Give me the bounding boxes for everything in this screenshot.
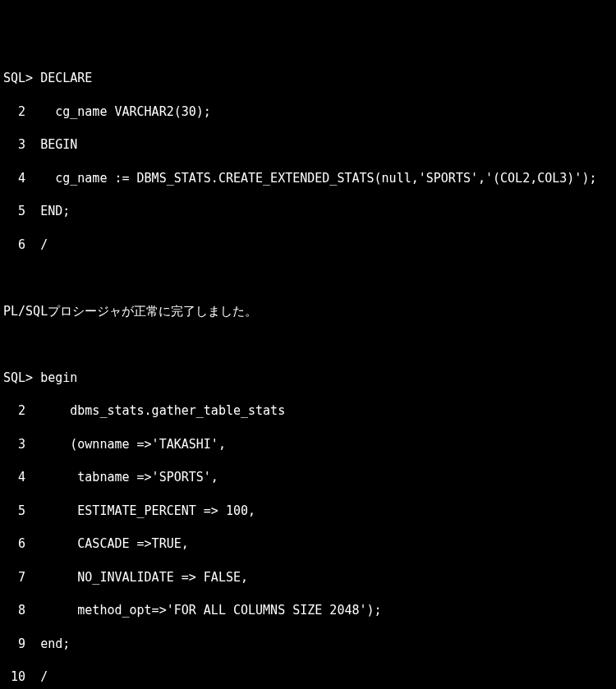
code-line: 10 /	[3, 668, 613, 685]
code-line: 9 end;	[3, 636, 613, 652]
code-line: 7 NO_INVALIDATE => FALSE,	[3, 569, 613, 586]
code-line: 4 cg_name := DBMS_STATS.CREATE_EXTENDED_…	[3, 170, 613, 186]
blank-line	[3, 336, 613, 352]
code-line: 2 cg_name VARCHAR2(30);	[3, 103, 613, 120]
code-line: 6 /	[3, 237, 613, 253]
code-line: SQL> DECLARE	[3, 70, 613, 86]
blank-line	[3, 269, 613, 286]
code-line: 8 method_opt=>'FOR ALL COLUMNS SIZE 2048…	[3, 602, 613, 618]
code-line: 2 dbms_stats.gather_table_stats	[3, 402, 613, 419]
code-line: 5 END;	[3, 203, 613, 219]
code-line: 3 (ownname =>'TAKASHI',	[3, 436, 613, 452]
code-line: 6 CASCADE =>TRUE,	[3, 535, 613, 552]
code-line: 5 ESTIMATE_PERCENT => 100,	[3, 503, 613, 519]
success-message: PL/SQLプロシージャが正常に完了しました。	[3, 303, 613, 319]
code-line: SQL> begin	[3, 370, 613, 386]
code-line: 3 BEGIN	[3, 136, 613, 153]
code-line: 4 tabname =>'SPORTS',	[3, 469, 613, 485]
